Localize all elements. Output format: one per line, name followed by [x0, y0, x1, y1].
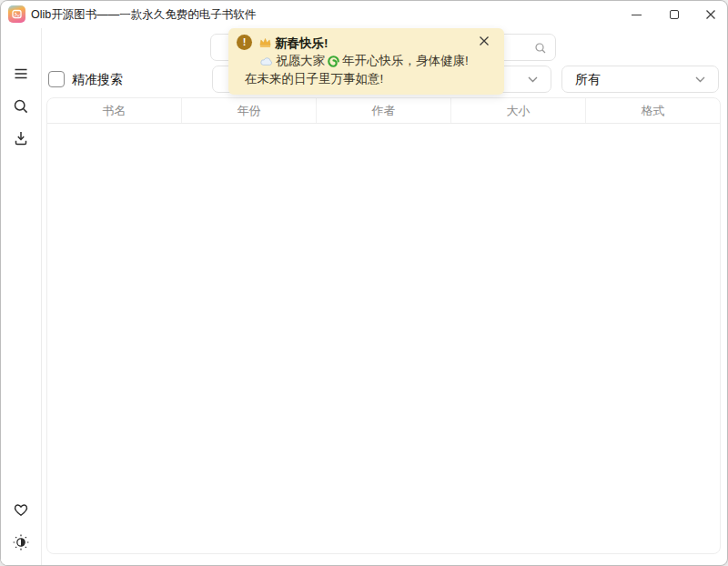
window-title: Olib开源图书——一款永久免费的电子书软件: [31, 1, 256, 28]
column-header-size[interactable]: 大小: [451, 98, 586, 123]
minimize-button[interactable]: [621, 1, 652, 28]
titlebar: Olib开源图书——一款永久免费的电子书软件: [1, 1, 727, 28]
sidebar: [1, 28, 42, 565]
column-header-title[interactable]: 书名: [47, 98, 182, 123]
maximize-button[interactable]: [659, 1, 690, 28]
sidebar-theme-button[interactable]: [12, 533, 30, 551]
toast-body-line2: 在未来的日子里万事如意!: [245, 71, 383, 87]
table-body-empty: [47, 124, 720, 554]
menu-icon: [12, 65, 30, 83]
app-window: Olib开源图书——一款永久免费的电子书软件 精准搜索: [0, 0, 728, 566]
maximize-icon: [670, 10, 679, 19]
format-dropdown-value: 所有: [575, 66, 601, 92]
close-icon: [479, 35, 490, 46]
toast-close-button[interactable]: [476, 34, 492, 50]
books-table: 书名 年份 作者 大小 格式: [46, 97, 721, 554]
snake-emoji: [327, 55, 340, 68]
alert-icon: !: [237, 35, 252, 50]
format-dropdown[interactable]: 所有: [561, 66, 719, 93]
column-header-year[interactable]: 年份: [182, 98, 317, 123]
app-logo-icon: [8, 5, 25, 23]
search-icon: [12, 97, 30, 116]
sidebar-download-button[interactable]: [12, 129, 30, 147]
heart-icon: [12, 500, 30, 519]
toast-body-line1: 祝愿大家 年开心快乐，身体健康!: [258, 53, 469, 69]
download-icon: [12, 129, 30, 147]
sidebar-favorites-button[interactable]: [12, 500, 30, 519]
brightness-icon: [12, 533, 30, 551]
crown-emoji: [258, 36, 272, 48]
minimize-icon: [632, 15, 642, 15]
sidebar-search-button[interactable]: [12, 97, 30, 116]
close-window-button[interactable]: [695, 1, 726, 28]
chevron-down-icon: [528, 76, 538, 83]
sidebar-menu-button[interactable]: [12, 65, 30, 83]
cloud-emoji: [259, 56, 274, 66]
chevron-down-icon: [695, 76, 705, 83]
new-year-toast: ! 新春快乐! 祝愿大家 年开心快乐，身体健康! 在未来的日子里万事如意!: [228, 28, 504, 95]
precise-search-checkbox[interactable]: [48, 71, 65, 87]
column-header-author[interactable]: 作者: [317, 98, 451, 123]
search-field-icon[interactable]: [534, 42, 547, 55]
toast-title: 新春快乐!: [275, 35, 329, 52]
table-header-row: 书名 年份 作者 大小 格式: [47, 98, 720, 124]
precise-search-label: 精准搜索: [72, 71, 123, 87]
toast-text: 祝愿大家: [276, 53, 325, 69]
close-icon: [705, 9, 716, 20]
toast-text: 年开心快乐，身体健康!: [342, 53, 469, 69]
column-header-format[interactable]: 格式: [586, 98, 720, 123]
